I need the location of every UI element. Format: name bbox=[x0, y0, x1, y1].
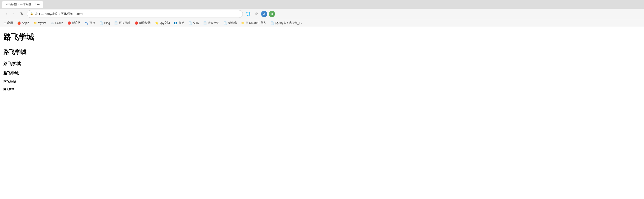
reload-button[interactable]: ↻ bbox=[18, 11, 25, 17]
bookmark-mynet[interactable]: 📁 MyNet bbox=[32, 20, 48, 26]
linkedin-icon: in bbox=[174, 22, 177, 24]
star-icon: ☆ bbox=[254, 12, 258, 16]
jquery-icon: 📄 bbox=[270, 21, 274, 25]
bookmark-icloud-label: iCloud bbox=[55, 21, 63, 25]
bookmark-bing-label: Bing bbox=[104, 21, 110, 25]
address-text: ① 1·... body标签（字体标签）.html bbox=[35, 12, 240, 16]
back-icon: ‹ bbox=[6, 12, 7, 16]
avatar-initials-2: B bbox=[271, 13, 273, 15]
nav-bar: ‹ › ↻ 🔒 ① 1·... body标签（字体标签）.html 🌐 ☆ bbox=[0, 9, 644, 19]
apps-icon: ⊞ bbox=[4, 21, 6, 25]
bookmark-sina[interactable]: 🔴 新浪网 bbox=[66, 20, 82, 26]
user-avatar-2[interactable]: B bbox=[269, 11, 275, 17]
forward-icon: › bbox=[13, 12, 14, 16]
baidu-icon: 🐾 bbox=[85, 21, 88, 25]
heading-h2: 路飞学城 bbox=[3, 48, 641, 56]
forward-button[interactable]: › bbox=[10, 11, 17, 17]
toolbar-right: 🌐 ☆ A B bbox=[245, 11, 275, 17]
bookmarks-bar: ⊞ 应用 🍎 Apple 📁 MyNet ☁️ iCloud 🔴 新浪网 🐾 百… bbox=[0, 19, 644, 27]
bookmark-apps[interactable]: ⊞ 应用 bbox=[2, 20, 15, 26]
folder-icon-mynet: 📁 bbox=[34, 21, 37, 25]
bookmark-apple[interactable]: 🍎 Apple bbox=[15, 20, 31, 26]
bookmark-dianping[interactable]: 📄 大众点评 bbox=[201, 20, 221, 26]
bookmark-weibo[interactable]: 🔴 新浪微博 bbox=[133, 20, 152, 26]
heading-h3: 路飞学城 bbox=[3, 61, 641, 67]
address-prefix: ① 1·... bbox=[35, 12, 45, 16]
bookmark-qzone[interactable]: ⭐ QQ空间 bbox=[153, 20, 172, 26]
bookmark-sina-label: 新浪网 bbox=[72, 21, 80, 25]
tab-bar: body标签（字体标签）.html bbox=[0, 0, 644, 9]
bookmark-baidu-label: 百度 bbox=[90, 21, 95, 25]
bookmark-star-button[interactable]: ☆ bbox=[253, 11, 260, 17]
bookmark-baidubaike[interactable]: 📄 百度百科 bbox=[112, 20, 132, 26]
address-url: body标签（字体标签）.html bbox=[45, 12, 83, 16]
sina-icon: 🔴 bbox=[68, 21, 71, 25]
bookmark-jquery[interactable]: 📄 jQuery库 / 选项卡_j... bbox=[268, 20, 304, 26]
bookmark-safari-label: 从 Safari 中导入 bbox=[246, 21, 266, 25]
bookmark-dianping-label: 大众点评 bbox=[208, 21, 219, 25]
user-avatar[interactable]: A bbox=[261, 11, 267, 17]
folder-icon-safari: 📁 bbox=[241, 21, 244, 25]
heading-h4: 路飞学城 bbox=[3, 71, 641, 76]
translate-button[interactable]: 🌐 bbox=[245, 11, 252, 17]
apple-icon: 🍎 bbox=[17, 21, 21, 25]
bookmark-jquery-label: jQuery库 / 选项卡_j... bbox=[275, 21, 302, 25]
translate-icon: 🌐 bbox=[246, 12, 250, 16]
icloud-icon: ☁️ bbox=[50, 21, 54, 25]
bookmark-mynet-label: MyNet bbox=[38, 21, 46, 25]
dianping-icon: 📄 bbox=[203, 21, 207, 25]
heading-h6: 路飞学城 bbox=[3, 87, 641, 91]
qzone-icon: ⭐ bbox=[155, 21, 158, 25]
page-content: 路飞学城 路飞学城 路飞学城 路飞学城 路飞学城 路飞学城 bbox=[0, 27, 644, 99]
youku-icon: 📄 bbox=[188, 21, 192, 25]
browser-chrome: body标签（字体标签）.html ‹ › ↻ 🔒 ① 1·... body标签… bbox=[0, 0, 644, 27]
nav-buttons: ‹ › ↻ bbox=[3, 11, 25, 17]
reload-icon: ↻ bbox=[20, 12, 23, 16]
bookmark-linkedin[interactable]: in 领英 bbox=[172, 20, 186, 26]
bookmark-baidu[interactable]: 🐾 百度 bbox=[83, 20, 97, 26]
address-bar[interactable]: 🔒 ① 1·... body标签（字体标签）.html bbox=[27, 10, 243, 18]
heading-h5: 路飞学城 bbox=[3, 80, 641, 84]
baidubaike-icon: 📄 bbox=[114, 21, 118, 25]
back-button[interactable]: ‹ bbox=[3, 11, 10, 17]
bookmark-youku-label: 优酷 bbox=[193, 21, 199, 25]
lock-icon: 🔒 bbox=[30, 12, 33, 15]
bing-icon: 📄 bbox=[100, 21, 103, 25]
bookmark-apps-label: 应用 bbox=[7, 21, 13, 25]
active-tab[interactable]: body标签（字体标签）.html bbox=[2, 1, 43, 8]
avatar-initials: A bbox=[263, 13, 265, 15]
weibo-icon: 🔴 bbox=[134, 21, 138, 25]
bookmark-tripadvisor[interactable]: 📄 猫途鹰 bbox=[222, 20, 239, 26]
bookmark-icloud[interactable]: ☁️ iCloud bbox=[48, 20, 65, 26]
tripadvisor-icon: 📄 bbox=[224, 21, 227, 25]
bookmark-qzone-label: QQ空间 bbox=[160, 21, 170, 25]
bookmark-bing[interactable]: 📄 Bing bbox=[98, 20, 112, 26]
bookmark-linkedin-label: 领英 bbox=[178, 21, 184, 25]
bookmark-tripadvisor-label: 猫途鹰 bbox=[228, 21, 237, 25]
bookmark-weibo-label: 新浪微博 bbox=[139, 21, 151, 25]
heading-h1: 路飞学城 bbox=[3, 32, 641, 43]
bookmark-youku[interactable]: 📄 优酷 bbox=[187, 20, 201, 26]
bookmark-safari-import[interactable]: 📁 从 Safari 中导入 bbox=[239, 20, 268, 26]
tab-title: body标签（字体标签）.html bbox=[5, 3, 40, 7]
bookmark-baidubaike-label: 百度百科 bbox=[119, 21, 130, 25]
bookmark-apple-label: Apple bbox=[22, 21, 29, 25]
